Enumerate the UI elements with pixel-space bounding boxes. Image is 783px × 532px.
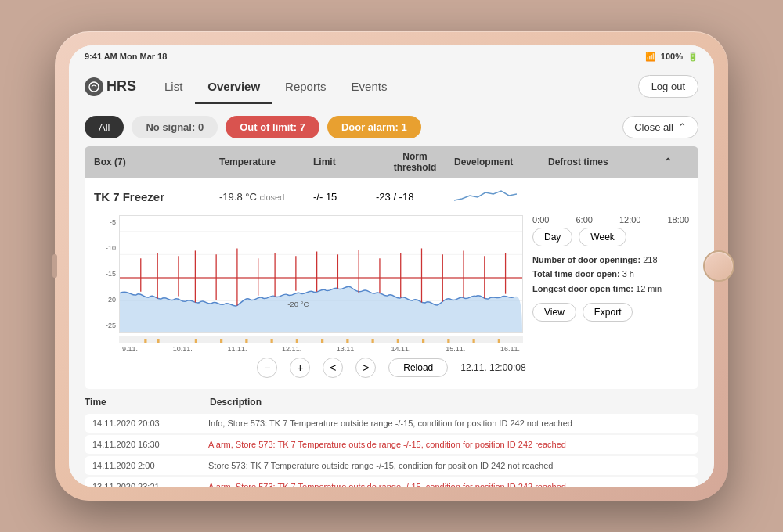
svg-rect-40	[473, 339, 475, 343]
battery-label: 100%	[661, 52, 683, 61]
event-time: 14.11.2020 16:30	[92, 440, 202, 449]
svg-rect-39	[447, 339, 449, 343]
filter-all[interactable]: All	[85, 116, 124, 138]
longest-open-stat: Longest door open time: 12 min	[532, 282, 689, 297]
zoom-in-button[interactable]: +	[290, 358, 310, 378]
chart-right: 0:00 6:00 12:00 18:00 Day Week Number of…	[532, 215, 689, 353]
event-time: 14.11.2020 20:03	[92, 419, 202, 428]
box-title-row: TK 7 Freezer -19.8 °C closed -/- 15 -23 …	[94, 185, 689, 209]
battery-icon: 🔋	[687, 52, 698, 62]
x-label-1: 10.11.	[173, 345, 193, 353]
status-icons: 📶 100% 🔋	[645, 52, 698, 62]
event-description: Store 573: TK 7 Temperature outside rang…	[208, 461, 691, 470]
event-description: Alarm, Store 573: TK 7 Temperature outsi…	[208, 440, 691, 449]
event-log: Time Description 14.11.2020 20:03 Info, …	[85, 394, 698, 487]
y-label-10: -10	[94, 244, 116, 252]
table-header: Box (7) Temperature Limit Normthreshold …	[85, 146, 698, 178]
close-all-button[interactable]: Close all ⌃	[622, 116, 698, 138]
svg-rect-41	[498, 339, 500, 343]
event-log-header: Time Description	[85, 394, 698, 411]
col-norm-threshold: Normthreshold	[376, 151, 454, 174]
logo-text: HRS	[106, 78, 136, 95]
x-label-6: 15.11.	[446, 345, 465, 353]
filter-bar: All No signal: 0 Out of limit: 7 Door al…	[85, 116, 698, 138]
box-name: TK 7 Freezer	[94, 190, 219, 203]
svg-rect-37	[397, 339, 399, 343]
y-label-5: -5	[94, 218, 116, 226]
device-frame: 9:41 AM Mon Mar 18 📶 100% 🔋 HRS List	[55, 31, 728, 501]
x-label-4: 13.11.	[337, 345, 356, 353]
status-bar: 9:41 AM Mon Mar 18 📶 100% 🔋	[69, 45, 714, 67]
main-content: All No signal: 0 Out of limit: 7 Door al…	[69, 106, 714, 487]
box-limit: -/- 15	[313, 191, 376, 203]
event-col-description: Description	[210, 397, 698, 408]
col-temperature: Temperature	[219, 156, 313, 167]
col-defrost-times: Defrost times	[548, 156, 664, 167]
export-button[interactable]: Export	[583, 303, 633, 322]
time-display: 12.11. 12:00:08	[460, 362, 525, 373]
nav-overview[interactable]: Overview	[195, 69, 272, 104]
svg-rect-38	[422, 339, 424, 343]
col-limit: Limit	[313, 156, 376, 167]
defrost-buttons: Day Week	[532, 228, 689, 246]
y-label-25: -25	[94, 322, 116, 329]
x-label-3: 12.11.	[282, 345, 301, 353]
box-row: TK 7 Freezer -19.8 °C closed -/- 15 -23 …	[85, 178, 698, 389]
view-export-buttons: View Export	[532, 303, 689, 322]
nav-links: List Overview Reports Events	[152, 69, 638, 104]
box-temperature: -19.8 °C closed	[219, 191, 313, 203]
day-button[interactable]: Day	[532, 228, 572, 246]
nav-events[interactable]: Events	[339, 69, 400, 104]
zoom-out-button[interactable]: −	[257, 358, 277, 378]
total-time-stat: Total time door open: 3 h	[532, 267, 689, 282]
view-button[interactable]: View	[532, 303, 576, 322]
event-description: Info, Store 573: TK 7 Temperature outsid…	[208, 419, 691, 428]
nav-bar: HRS List Overview Reports Events Log out	[69, 67, 714, 106]
x-label-7: 16.11.	[500, 345, 520, 353]
svg-rect-27	[144, 339, 146, 343]
svg-rect-30	[220, 339, 222, 343]
svg-rect-34	[321, 339, 323, 343]
col-development: Development	[454, 156, 548, 167]
week-button[interactable]: Week	[579, 228, 626, 246]
event-description: Alarm, Store 573: TK 7 Temperature outsi…	[208, 482, 691, 487]
stats-section: Number of door openings: 218 Total time …	[532, 253, 689, 297]
event-row: 14.11.2020 2:00 Store 573: TK 7 Temperat…	[85, 456, 698, 475]
event-col-time: Time	[85, 397, 210, 408]
svg-rect-36	[372, 339, 374, 343]
next-button[interactable]: >	[355, 358, 376, 378]
door-openings-stat: Number of door openings: 218	[532, 253, 689, 268]
filter-door-alarm[interactable]: Door alarm: 1	[327, 116, 421, 138]
svg-rect-33	[296, 339, 298, 343]
close-all-label: Close all	[634, 121, 673, 133]
screen: 9:41 AM Mon Mar 18 📶 100% 🔋 HRS List	[69, 45, 714, 487]
defrost-markers	[119, 336, 523, 343]
logo: HRS	[85, 77, 136, 96]
chart-controls: − + < > Reload 12.11. 12:00:08	[94, 358, 689, 378]
logout-button[interactable]: Log out	[638, 75, 698, 98]
col-box: Box (7)	[94, 156, 219, 167]
reload-button[interactable]: Reload	[388, 358, 448, 377]
home-button[interactable]	[703, 250, 734, 282]
y-label-15: -15	[94, 270, 116, 278]
prev-button[interactable]: <	[323, 358, 343, 378]
nav-list[interactable]: List	[152, 69, 195, 104]
event-time: 14.11.2020 2:00	[92, 461, 202, 470]
svg-rect-28	[157, 339, 159, 343]
box-norm-range: -23 / -18	[376, 191, 454, 203]
collapse-icon[interactable]: ⌃	[664, 156, 689, 167]
filter-out-of-limit[interactable]: Out of limit: 7	[226, 116, 319, 138]
event-time: 13.11.2020 23:21	[92, 482, 202, 487]
wifi-icon: 📶	[645, 52, 656, 62]
svg-rect-31	[245, 339, 247, 343]
nav-reports[interactable]: Reports	[272, 69, 339, 104]
svg-rect-35	[346, 339, 348, 343]
chart-left: -5 -10 -15 -20 -25	[94, 215, 523, 353]
svg-text:-20 °C: -20 °C	[287, 301, 309, 309]
development-mini-chart	[454, 185, 548, 209]
box-content: -5 -10 -15 -20 -25	[94, 215, 689, 353]
defrost-times-header: 0:00 6:00 12:00 18:00	[532, 215, 689, 225]
logo-icon	[85, 77, 103, 96]
svg-rect-32	[271, 339, 273, 343]
filter-no-signal[interactable]: No signal: 0	[132, 116, 218, 138]
